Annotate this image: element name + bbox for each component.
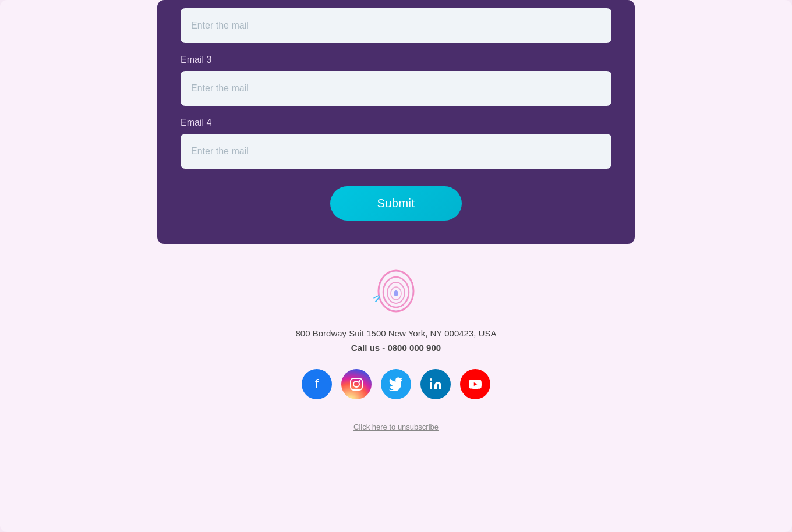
partial-email-input[interactable] [181,8,611,43]
youtube-icon[interactable] [460,369,490,399]
linkedin-icon[interactable] [420,369,451,399]
facebook-icon[interactable]: f [302,369,332,399]
svg-rect-7 [351,378,362,390]
page-wrapper: Email 3 Email 4 Submit [0,0,792,532]
svg-point-11 [430,378,432,381]
email4-input[interactable] [181,134,611,169]
footer-address: 800 Bordway Suit 1500 New York, NY 00042… [296,328,497,338]
twitter-icon[interactable] [381,369,411,399]
form-section: Email 3 Email 4 Submit [157,43,635,244]
email3-input[interactable] [181,71,611,106]
call-prefix: Call us - [351,343,388,353]
svg-point-4 [394,290,398,296]
phone-number: 0800 000 900 [387,343,441,353]
email3-label: Email 3 [181,55,611,65]
logo-icon [373,268,419,314]
footer-phone: Call us - 0800 000 900 [351,343,441,353]
instagram-icon[interactable] [341,369,372,399]
svg-line-6 [374,296,379,298]
footer-section: 800 Bordway Suit 1500 New York, NY 00042… [157,244,635,443]
svg-rect-10 [430,382,432,389]
email3-group: Email 3 [181,55,611,106]
svg-point-9 [359,380,360,382]
svg-point-8 [353,381,359,387]
submit-btn-wrapper: Submit [181,186,611,221]
social-icons: f [302,369,490,399]
email4-group: Email 4 [181,118,611,169]
submit-button[interactable]: Submit [330,186,461,221]
unsubscribe-link[interactable]: Click here to unsubscribe [353,423,439,431]
email4-label: Email 4 [181,118,611,128]
